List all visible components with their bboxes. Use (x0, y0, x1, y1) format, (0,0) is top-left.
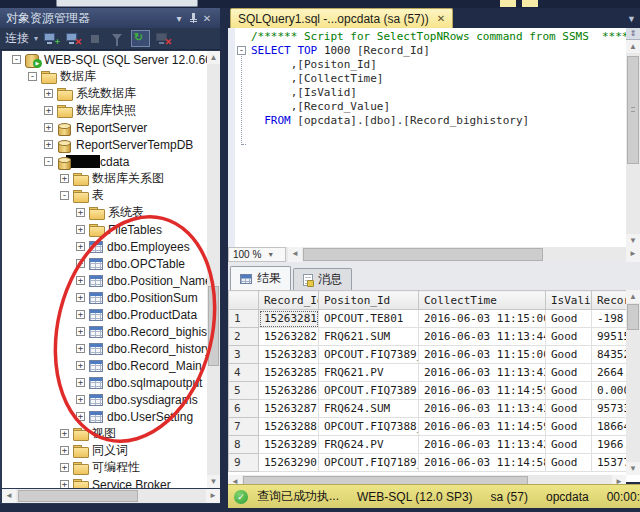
grid-cell[interactable]: FRQ621.SUM (319, 328, 419, 346)
grid-cell[interactable]: Good (546, 400, 592, 418)
code-line[interactable]: ,[IsValid] (251, 86, 640, 100)
tree-item-dbo-record-bighistory[interactable]: +dbo.Record_bighistory (2, 323, 207, 340)
scroll-down-icon[interactable]: ▼ (626, 462, 640, 475)
expand-icon[interactable]: + (76, 242, 85, 251)
code-line[interactable]: ,[Record_Value] (251, 100, 640, 114)
expand-icon[interactable]: + (76, 259, 85, 268)
expand-icon[interactable]: + (44, 106, 53, 115)
close-icon[interactable]: ✕ (200, 13, 214, 24)
tree-item-dbo-position-name[interactable]: +dbo.Position_Name (2, 272, 207, 289)
scroll-right-icon[interactable]: ► (206, 489, 220, 503)
results-grid[interactable]: Record_IdPositon_IdCollectTimeIsValidRec… (228, 290, 640, 482)
grid-cell[interactable]: 15263281 (259, 310, 319, 328)
column-header-record_id[interactable]: Record_Id (259, 291, 319, 310)
tree-item-dbo-sysdiagrams[interactable]: +dbo.sysdiagrams (2, 391, 207, 408)
grid-cell[interactable]: Good (546, 382, 592, 400)
grid-cell[interactable]: 2016-06-03 11:14:59.000 (419, 382, 546, 400)
query-tab[interactable]: SQLQuery1.sql -...opcdata (sa (57)) ✕ (230, 8, 453, 28)
table-row[interactable]: 315263283OPCOUT.FIQ7389_LJ2016-06-03 11:… (229, 346, 640, 364)
column-header-collecttime[interactable]: CollectTime (419, 291, 546, 310)
tree-item--[interactable]: +视图 (2, 425, 207, 442)
expand-icon[interactable]: + (44, 123, 53, 132)
pin-icon[interactable] (186, 12, 200, 25)
tree-item-dbo-employees[interactable]: +dbo.Employees (2, 238, 207, 255)
collapse-icon[interactable]: - (28, 72, 37, 81)
grid-cell[interactable]: 2016-06-03 11:15:00.000 (419, 310, 546, 328)
row-number[interactable]: 4 (229, 364, 259, 382)
grid-cell[interactable]: 2016-06-03 11:13:43.000 (419, 364, 546, 382)
expand-icon[interactable]: + (76, 344, 85, 353)
row-number[interactable]: 7 (229, 418, 259, 436)
tree-item-filetables[interactable]: +FileTables (2, 221, 207, 238)
grid-cell[interactable]: 15263288 (259, 418, 319, 436)
tree-item-dbo-opctable[interactable]: +dbo.OPCTable (2, 255, 207, 272)
expand-icon[interactable]: + (76, 225, 85, 234)
sql-editor[interactable]: - /****** Script for SelectTopNRows comm… (228, 28, 640, 247)
grid-cell[interactable]: FRQ621.PV (319, 364, 419, 382)
grid-cell[interactable]: FRQ624.PV (319, 436, 419, 454)
expand-icon[interactable]: + (76, 378, 85, 387)
tab-results[interactable]: 结果 (230, 266, 291, 290)
row-number[interactable]: 8 (229, 436, 259, 454)
grid-cell[interactable]: 2016-06-03 11:13:43.000 (419, 400, 546, 418)
grid-cell[interactable]: OPCOUT.TE801 (319, 310, 419, 328)
grid-cell[interactable]: OPCOUT.FIQ7189_LJ (319, 454, 419, 472)
expand-icon[interactable]: + (76, 276, 85, 285)
connect-dropdown-icon[interactable]: ▾ (34, 34, 38, 43)
code-line[interactable]: FROM [opcdata].[dbo].[Record_bighistory] (251, 114, 640, 128)
grid-cell[interactable]: 15263282 (259, 328, 319, 346)
grid-cell[interactable]: 15263283 (259, 346, 319, 364)
row-number[interactable]: 3 (229, 346, 259, 364)
error-server-icon[interactable]: ✕ (155, 31, 172, 46)
grid-cell[interactable]: 2016-06-03 11:15:00.000 (419, 346, 546, 364)
editor-horizontal-scrollbar[interactable]: ◄ ► (288, 247, 640, 262)
scrollbar-thumb[interactable] (303, 248, 543, 261)
scroll-down-icon[interactable]: ▼ (626, 234, 640, 247)
expand-icon[interactable]: + (60, 480, 69, 488)
grid-cell[interactable]: Good (546, 454, 592, 472)
refresh-icon[interactable]: ↻ (131, 30, 150, 47)
scroll-up-icon[interactable]: ▲ (626, 290, 640, 303)
grid-cell[interactable]: 2016-06-03 11:13:42.000 (419, 436, 546, 454)
tree-item-dbo-record-history[interactable]: +dbo.Record_history (2, 340, 207, 357)
disconnect-server-icon[interactable]: ✕ (65, 31, 82, 46)
table-row[interactable]: 615263287FRQ624.SUM2016-06-03 11:13:43.0… (229, 400, 640, 418)
row-number[interactable]: 6 (229, 400, 259, 418)
tab-list-dropdown-icon[interactable]: ▼ (627, 14, 636, 24)
scroll-up-icon[interactable]: ▲ (207, 51, 220, 64)
scroll-left-icon[interactable]: ◄ (288, 247, 302, 262)
tree-item-reportserver[interactable]: +ReportServer (2, 119, 207, 136)
expand-icon[interactable]: + (44, 140, 53, 149)
connect-server-icon[interactable]: + (43, 31, 60, 46)
code-line[interactable]: /****** Script for SelectTopNRows comman… (251, 30, 640, 44)
table-row[interactable]: 515263286OPCOUT.FIQ73892016-06-03 11:14:… (229, 382, 640, 400)
grid-cell[interactable]: 2016-06-03 11:14:58.000 (419, 454, 546, 472)
table-row[interactable]: 415263285FRQ621.PV2016-06-03 11:13:43.00… (229, 364, 640, 382)
tree-horizontal-scrollbar[interactable]: ◄ ► (2, 489, 220, 503)
grid-cell[interactable]: 2016-06-03 11:14:59.000 (419, 418, 546, 436)
code-line[interactable]: SELECT TOP 1000 [Record_Id] (251, 44, 640, 58)
scroll-down-icon[interactable]: ▼ (207, 475, 220, 488)
tree-item-dbo-sqlmapoutput[interactable]: +dbo.sqlmapoutput (2, 374, 207, 391)
grid-cell[interactable]: FRQ624.SUM (319, 400, 419, 418)
grid-cell[interactable]: Good (546, 418, 592, 436)
editor-vertical-scrollbar[interactable]: ⇕ ▲ ▼ (626, 28, 640, 247)
scroll-right-icon[interactable]: ► (626, 247, 640, 262)
grid-cell[interactable]: 15263286 (259, 382, 319, 400)
grid-cell[interactable]: 2016-06-03 11:13:44.000 (419, 328, 546, 346)
tree-item-reportservertempdb[interactable]: +ReportServerTempDB (2, 136, 207, 153)
expand-icon[interactable]: + (76, 208, 85, 217)
zoom-dropdown-icon[interactable]: ▼ (267, 251, 274, 258)
grid-cell[interactable]: OPCOUT.FIQ7388_LJ (319, 418, 419, 436)
grid-cell[interactable]: Good (546, 310, 592, 328)
editor-zoom-control[interactable]: 100 % ▼ (228, 247, 286, 262)
column-header-positon_id[interactable]: Positon_Id (319, 291, 419, 310)
tree-item-dbo-usersetting[interactable]: +dbo.UserSetting (2, 408, 207, 425)
table-row[interactable]: 215263282FRQ621.SUM2016-06-03 11:13:44.0… (229, 328, 640, 346)
code-line[interactable]: ,[Positon_Id] (251, 58, 640, 72)
grid-cell[interactable]: Good (546, 436, 592, 454)
expand-icon[interactable]: + (76, 293, 85, 302)
expand-icon[interactable]: + (76, 395, 85, 404)
tree-item-dbo-record-main[interactable]: +dbo.Record_Main (2, 357, 207, 374)
grid-cell[interactable]: 15263287 (259, 400, 319, 418)
